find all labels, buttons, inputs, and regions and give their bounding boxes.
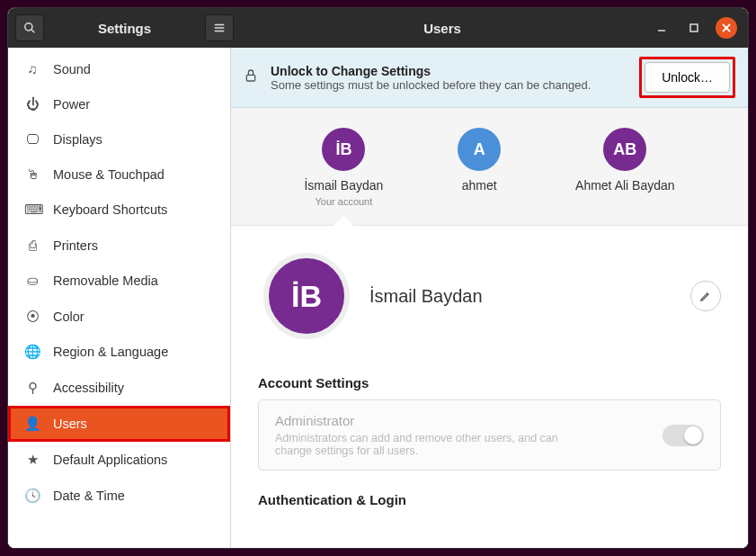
sidebar-item-label: Displays <box>53 132 102 147</box>
displays-icon: 🖵 <box>24 131 40 147</box>
accessibility-icon: ⚲ <box>24 380 40 396</box>
svg-line-1 <box>31 30 35 33</box>
window-controls <box>651 17 741 39</box>
search-icon <box>23 22 36 34</box>
user-ahmet[interactable]: Aahmet <box>458 128 501 207</box>
sidebar-item-label: Accessibility <box>53 381 124 395</box>
content: Unlock to Change Settings Some settings … <box>231 48 748 548</box>
avatar: AB <box>603 128 646 171</box>
sidebar-item-label: Printers <box>53 238 98 253</box>
minimize-icon <box>657 23 666 32</box>
svg-rect-6 <box>690 24 698 31</box>
sidebar-item-keyboard-shortcuts[interactable]: ⌨Keyboard Shortcuts <box>8 192 230 228</box>
date-time-icon: 🕓 <box>24 488 40 504</box>
sidebar-item-sound[interactable]: ♫Sound <box>8 51 230 86</box>
settings-window: Settings Users ♫Sound⏻Power🖵Displays🖱Mou… <box>7 7 749 549</box>
color-icon: ⦿ <box>24 309 40 324</box>
user-name: ahmet <box>462 178 497 193</box>
sidebar-item-label: Sound <box>53 62 91 76</box>
unlock-subtitle: Some settings must be unlocked before th… <box>271 78 627 92</box>
sidebar-item-date-time[interactable]: 🕓Date & Time <box>8 478 230 514</box>
profile-name: İsmail Baydan <box>369 286 483 307</box>
sidebar-item-users[interactable]: 👤Users <box>8 406 230 442</box>
region-language-icon: 🌐 <box>24 344 40 360</box>
sidebar-item-default-applications[interactable]: ★Default Applications <box>8 442 230 478</box>
sound-icon: ♫ <box>24 61 40 76</box>
titlebar-left: Settings <box>15 14 234 41</box>
sidebar-item-power[interactable]: ⏻Power <box>8 86 230 121</box>
sidebar-item-label: Removable Media <box>53 274 158 288</box>
administrator-label: Administrator <box>275 413 663 428</box>
unlock-button[interactable]: Unlock… <box>645 62 730 93</box>
sidebar-item-label: Keyboard Shortcuts <box>53 202 167 217</box>
close-button[interactable] <box>716 17 737 39</box>
mouse-touchpad-icon: 🖱 <box>24 166 40 182</box>
administrator-row: Administrator Administrators can add and… <box>258 399 721 471</box>
user-name: İsmail Baydan <box>304 178 383 193</box>
sidebar: ♫Sound⏻Power🖵Displays🖱Mouse & Touchpad⌨K… <box>8 48 231 548</box>
maximize-icon <box>689 23 698 32</box>
details: İB İsmail Baydan Account Settings Admini… <box>231 226 748 548</box>
avatar: İB <box>322 128 365 171</box>
sidebar-item-label: Color <box>53 309 84 324</box>
unlock-message: Unlock to Change Settings Some settings … <box>271 64 627 92</box>
sidebar-item-label: Power <box>53 97 90 112</box>
keyboard-shortcuts-icon: ⌨ <box>24 202 40 218</box>
svg-rect-9 <box>246 75 254 81</box>
maximize-button[interactable] <box>683 17 705 39</box>
svg-point-0 <box>25 23 32 31</box>
sidebar-item-label: Default Applications <box>53 453 167 467</box>
user-i-smail-baydan[interactable]: İBİsmail BaydanYour account <box>304 128 383 207</box>
avatar: A <box>458 128 501 171</box>
administrator-toggle[interactable] <box>663 425 704 446</box>
user-sub: Your account <box>315 196 372 207</box>
settings-title: Settings <box>51 21 198 36</box>
page-title: Users <box>234 21 651 36</box>
search-button[interactable] <box>15 14 44 41</box>
lock-icon <box>244 68 258 86</box>
unlock-bar: Unlock to Change Settings Some settings … <box>231 48 748 108</box>
printers-icon: ⎙ <box>24 238 40 253</box>
auth-section-title: Authentication & Login <box>258 492 721 507</box>
administrator-desc: Administrators can add and remove other … <box>275 432 581 457</box>
hamburger-icon <box>213 22 226 34</box>
sidebar-item-mouse-touchpad[interactable]: 🖱Mouse & Touchpad <box>8 157 230 192</box>
user-name: Ahmet Ali Baydan <box>575 178 675 193</box>
sidebar-item-label: Users <box>53 417 87 431</box>
sidebar-item-label: Mouse & Touchpad <box>53 167 165 182</box>
minimize-button[interactable] <box>651 17 672 39</box>
sidebar-item-label: Date & Time <box>53 489 125 503</box>
default-applications-icon: ★ <box>24 452 40 468</box>
close-icon <box>722 23 731 32</box>
user-ahmet-ali-baydan[interactable]: ABAhmet Ali Baydan <box>575 128 675 207</box>
account-settings-title: Account Settings <box>258 375 721 390</box>
hamburger-button[interactable] <box>205 14 234 41</box>
sidebar-item-printers[interactable]: ⎙Printers <box>8 228 230 263</box>
user-strip: İBİsmail BaydanYour accountAahmetABAhmet… <box>231 108 748 226</box>
sidebar-item-displays[interactable]: 🖵Displays <box>8 121 230 157</box>
power-icon: ⏻ <box>24 96 40 112</box>
sidebar-item-color[interactable]: ⦿Color <box>8 299 230 334</box>
sidebar-item-removable-media[interactable]: ⛀Removable Media <box>8 263 230 299</box>
profile-avatar[interactable]: İB <box>263 253 350 339</box>
sidebar-item-region-language[interactable]: 🌐Region & Language <box>8 334 230 370</box>
sidebar-item-label: Region & Language <box>53 345 168 359</box>
users-icon: 👤 <box>24 416 40 432</box>
titlebar: Settings Users <box>8 8 748 48</box>
removable-media-icon: ⛀ <box>24 273 40 289</box>
sidebar-item-accessibility[interactable]: ⚲Accessibility <box>8 370 230 406</box>
body: ♫Sound⏻Power🖵Displays🖱Mouse & Touchpad⌨K… <box>8 48 748 548</box>
profile-row: İB İsmail Baydan <box>263 253 721 339</box>
edit-name-button[interactable] <box>690 281 721 311</box>
unlock-title: Unlock to Change Settings <box>271 64 627 78</box>
unlock-highlight: Unlock… <box>639 57 735 98</box>
pencil-icon <box>699 290 712 302</box>
